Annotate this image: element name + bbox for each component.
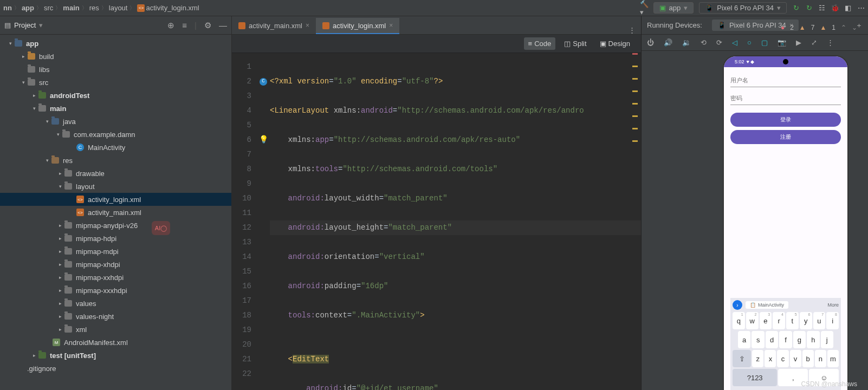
- crumb[interactable]: nn: [3, 4, 12, 12]
- project-title[interactable]: Project: [14, 21, 36, 29]
- code-body[interactable]: 12345678910111213141516171819202122 C 💡 …: [232, 53, 641, 390]
- more-icon[interactable]: ⋯: [857, 4, 865, 12]
- gear-icon[interactable]: ⚙: [204, 21, 211, 30]
- tree-row-mipmap-mdpi[interactable]: ▸mipmap-mdpi: [0, 245, 231, 258]
- key-c[interactable]: c: [777, 350, 788, 367]
- suggestion-pill[interactable]: 📋 MainActivity: [746, 301, 788, 309]
- tree-row-build[interactable]: ▸build: [0, 50, 231, 63]
- tree-row-activity-main[interactable]: <>activity_main.xml: [0, 206, 231, 219]
- key-v[interactable]: v: [790, 350, 801, 367]
- key-z[interactable]: z: [752, 350, 763, 367]
- crumb[interactable]: main: [63, 4, 79, 12]
- rotate-left-icon[interactable]: ⟲: [701, 38, 707, 47]
- overview-icon[interactable]: ▢: [761, 38, 768, 47]
- key-i[interactable]: i8: [826, 312, 839, 329]
- split-mode-button[interactable]: ◫Split: [560, 37, 591, 50]
- problems-indicator[interactable]: ●2 ▲7 ▲1 ⌃ ⌄: [781, 24, 857, 31]
- device-selector[interactable]: 📱 Pixel 6 Pro API 34 ▾: [699, 2, 787, 14]
- tree-row-res[interactable]: ▾res: [0, 154, 231, 167]
- key-f[interactable]: f: [779, 331, 792, 348]
- key-y[interactable]: y6: [800, 312, 812, 329]
- key-n[interactable]: n: [815, 350, 826, 367]
- more-icon[interactable]: ⋮: [827, 38, 834, 47]
- soft-keyboard[interactable]: › 📋 MainActivity More q1w2e3r4t5y6u7i8 a…: [730, 298, 841, 390]
- tree-row-xml[interactable]: ▸xml: [0, 323, 231, 336]
- tabs-overflow-icon[interactable]: ⋮: [623, 26, 641, 34]
- emulator-view[interactable]: 5:02 ♥ ◆ 登录 注册 › 📋 MainActivity More q1w…: [723, 55, 848, 390]
- register-button[interactable]: 注册: [730, 130, 841, 144]
- volume-up-icon[interactable]: 🔊: [664, 38, 672, 47]
- tree-row-mipmap-anydpi[interactable]: ▸mipmap-anydpi-v26: [0, 219, 231, 232]
- tree-row-activity-login[interactable]: <>activity_login.xml: [0, 193, 231, 206]
- key-a[interactable]: a: [738, 331, 750, 348]
- tree-row-values[interactable]: ▸values: [0, 297, 231, 310]
- file-tab-activity-main[interactable]: activity_main.xml×: [232, 18, 316, 34]
- attach-debugger-icon[interactable]: ☷: [818, 4, 826, 12]
- key-g[interactable]: g: [793, 331, 806, 348]
- key-m[interactable]: m: [827, 350, 839, 367]
- tree-row-layout[interactable]: ▾layout: [0, 180, 231, 193]
- key-s[interactable]: s: [752, 331, 764, 348]
- crumb[interactable]: activity_login.xml: [146, 4, 199, 12]
- tree-row-java[interactable]: ▾java: [0, 115, 231, 128]
- phone-screen[interactable]: 登录 注册 › 📋 MainActivity More q1w2e3r4t5y6…: [724, 67, 847, 390]
- tree-row-values-night[interactable]: ▸values-night: [0, 310, 231, 323]
- power-icon[interactable]: ⏻: [647, 38, 654, 47]
- username-input[interactable]: [730, 74, 841, 87]
- design-mode-button[interactable]: ▣Design: [595, 37, 634, 50]
- crumb[interactable]: src: [44, 4, 53, 12]
- crumb[interactable]: app: [22, 4, 34, 12]
- tree-row-gitignore[interactable]: .gitignore: [0, 362, 231, 375]
- run-icon[interactable]: ↻: [792, 4, 800, 12]
- home-icon[interactable]: ○: [747, 38, 752, 47]
- password-input[interactable]: [730, 92, 841, 105]
- hammer-icon[interactable]: 🔨▾: [640, 4, 648, 12]
- tree-row-androidtest[interactable]: ▸androidTest: [0, 89, 231, 102]
- shift-key[interactable]: ⇧: [733, 350, 751, 367]
- key-d[interactable]: d: [766, 331, 778, 348]
- tree-row-main[interactable]: ▾main: [0, 102, 231, 115]
- rerun-icon[interactable]: ↻: [805, 4, 813, 12]
- zoom-icon[interactable]: ⤢: [811, 38, 817, 47]
- back-icon[interactable]: ◁: [732, 38, 737, 47]
- key-q[interactable]: q1: [733, 312, 745, 329]
- tree-row-mipmap-xxxhdpi[interactable]: ▸mipmap-xxxhdpi: [0, 284, 231, 297]
- key-j[interactable]: j: [821, 331, 833, 348]
- nav-up-icon[interactable]: ⌃: [841, 24, 846, 31]
- key-w[interactable]: w2: [746, 312, 759, 329]
- key-r[interactable]: r4: [773, 312, 785, 329]
- nav-down-icon[interactable]: ⌄: [852, 24, 857, 31]
- tree-row-libs[interactable]: libs: [0, 63, 231, 76]
- code-content[interactable]: <?xml version="1.0" encoding="utf-8"?> <…: [270, 53, 641, 390]
- volume-down-icon[interactable]: 🔉: [682, 38, 691, 47]
- key-e[interactable]: e3: [760, 312, 772, 329]
- lightbulb-icon[interactable]: 💡: [259, 133, 268, 147]
- tree-row-src[interactable]: ▾src: [0, 76, 231, 89]
- rotate-right-icon[interactable]: ⟳: [716, 38, 722, 47]
- tree-row-mipmap-xhdpi[interactable]: ▸mipmap-xhdpi: [0, 258, 231, 271]
- symbol-key[interactable]: ?123: [733, 369, 777, 386]
- key-x[interactable]: x: [765, 350, 776, 367]
- tree-row-test[interactable]: ▸test [unitTest]: [0, 349, 231, 362]
- login-button[interactable]: 登录: [730, 113, 841, 127]
- record-icon[interactable]: ▶: [796, 38, 801, 47]
- tree-row-manifest[interactable]: MAndroidManifest.xml: [0, 336, 231, 349]
- close-icon[interactable]: ×: [306, 22, 309, 29]
- file-tab-activity-login[interactable]: activity_login.xml×: [316, 18, 399, 34]
- key-b[interactable]: b: [802, 350, 814, 367]
- crumb[interactable]: layout: [109, 4, 128, 12]
- close-icon[interactable]: ×: [389, 22, 393, 29]
- tree-row-package[interactable]: ▾com.example.damn: [0, 128, 231, 141]
- hide-icon[interactable]: —: [219, 21, 227, 30]
- suggestion-more[interactable]: More: [827, 302, 839, 308]
- profiler-icon[interactable]: ◧: [844, 4, 852, 12]
- crumb[interactable]: res: [89, 4, 99, 12]
- error-stripe[interactable]: [632, 53, 638, 153]
- key-u[interactable]: u7: [813, 312, 826, 329]
- debug-icon[interactable]: 🐞: [831, 4, 839, 12]
- tree-row-mainactivity[interactable]: CMainActivity: [0, 141, 231, 154]
- suggestion-arrow-icon[interactable]: ›: [733, 300, 742, 310]
- tree-row-app[interactable]: ▾app: [0, 37, 231, 50]
- tree-row-drawable[interactable]: ▸drawable: [0, 167, 231, 180]
- run-configuration-selector[interactable]: ▣ app ▾: [653, 2, 694, 14]
